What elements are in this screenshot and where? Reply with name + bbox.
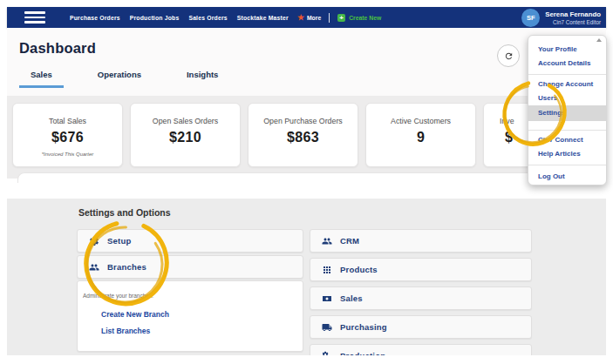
nav-stocktake-master[interactable]: Stocktake Master: [237, 15, 289, 21]
kpi-cards: Total Sales $676 *Invoiced This Quarter …: [12, 103, 594, 167]
main-nav-links: Purchase Orders Production Jobs Sales Or…: [70, 15, 289, 21]
settings-and-options-section: Settings and Options Setup Branches Admi…: [7, 199, 606, 355]
settings-heading: Settings and Options: [78, 207, 171, 218]
card-active-customers[interactable]: Active Customers 9: [365, 103, 476, 167]
menu-item-settings[interactable]: Settings: [528, 105, 606, 121]
create-new-button[interactable]: + Create New: [337, 14, 381, 22]
gear-icon: [89, 236, 99, 246]
menu-divider: [528, 165, 606, 165]
card-value: 9: [417, 130, 425, 145]
branches-expanded-panel: Administrate your branches. Create New B…: [77, 280, 303, 352]
list-branches-link[interactable]: List Branches: [101, 327, 303, 335]
card-value: $: [505, 130, 513, 145]
create-new-branch-link[interactable]: Create New Branch: [101, 310, 303, 319]
create-new-label: Create New: [349, 15, 381, 21]
dashboard-tabs: Sales Operations Insights: [19, 70, 229, 88]
user-meta: Serena Fernando Cin7 Content Editor: [545, 10, 601, 25]
settings-item-label: Products: [340, 265, 378, 274]
card-note: *Invoiced This Quarter: [42, 152, 94, 157]
user-role: Cin7 Content Editor: [545, 19, 601, 25]
dashboard-section: Dashboard Sales Operations Insights Tota…: [7, 28, 606, 179]
card-open-purchase-orders[interactable]: Open Purchase Orders $863: [248, 103, 358, 167]
more-menu-button[interactable]: ★ More: [297, 14, 321, 22]
settings-item-branches[interactable]: Branches: [77, 255, 303, 279]
settings-item-sales[interactable]: Sales: [310, 286, 532, 310]
settings-item-setup[interactable]: Setup: [77, 229, 303, 253]
settings-item-crm[interactable]: CRM: [310, 229, 532, 253]
hamburger-menu-icon[interactable]: [24, 11, 45, 24]
card-title: Active Customers: [391, 117, 451, 125]
scroll-up-caret-icon: [596, 38, 602, 42]
settings-item-label: Sales: [340, 293, 363, 303]
settings-item-label: Branches: [107, 262, 146, 272]
user-name: Serena Fernando: [545, 10, 601, 18]
user-dropdown-menu: Your Profile Account Details Change Acco…: [528, 35, 607, 185]
menu-divider: [528, 74, 606, 75]
menu-divider: [528, 130, 606, 131]
branches-description: Administrate your branches.: [83, 293, 303, 299]
card-title: Open Sales Orders: [153, 117, 218, 125]
nav-production-jobs[interactable]: Production Jobs: [130, 15, 180, 21]
more-label: More: [307, 15, 321, 21]
avatar[interactable]: SF: [521, 9, 540, 27]
nav-purchase-orders[interactable]: Purchase Orders: [70, 15, 120, 21]
money-icon: [322, 293, 332, 304]
settings-item-label: Purchasing: [340, 322, 387, 332]
tab-operations[interactable]: Operations: [86, 70, 153, 88]
tab-sales[interactable]: Sales: [19, 70, 64, 88]
gears-icon: [322, 351, 332, 356]
settings-item-purchasing[interactable]: Purchasing: [310, 315, 532, 339]
nav-divider: [329, 13, 330, 23]
plus-icon: +: [337, 14, 345, 22]
dashboard-panel-edge: [17, 172, 600, 183]
refresh-icon: [504, 51, 514, 61]
menu-item-cin7-connect[interactable]: Cin7 Connect: [528, 133, 606, 147]
menu-item-users[interactable]: Users: [528, 91, 606, 105]
settings-item-production[interactable]: Production: [310, 344, 532, 355]
settings-item-label: Setup: [107, 236, 131, 246]
card-total-sales[interactable]: Total Sales $676 *Invoiced This Quarter: [12, 103, 123, 167]
truck-icon: [322, 322, 332, 333]
menu-item-your-profile[interactable]: Your Profile: [528, 43, 606, 57]
refresh-button[interactable]: [497, 44, 520, 67]
settings-item-products[interactable]: Products: [310, 258, 532, 281]
menu-item-help-articles[interactable]: Help Articles: [528, 147, 606, 161]
star-icon: ★: [297, 14, 304, 22]
card-open-sales-orders[interactable]: Open Sales Orders $210: [130, 103, 241, 167]
people-icon: [89, 262, 99, 273]
settings-item-label: CRM: [340, 236, 359, 246]
card-value: $676: [51, 130, 84, 145]
card-title: Total Sales: [49, 117, 86, 125]
user-menu-trigger[interactable]: SF Serena Fernando Cin7 Content Editor: [521, 9, 601, 27]
card-value: $210: [169, 130, 201, 145]
card-title: Open Purchase Orders: [263, 117, 342, 125]
menu-item-change-account[interactable]: Change Account: [528, 78, 606, 91]
grid-icon: [322, 265, 332, 275]
page: Purchase Orders Production Jobs Sales Or…: [0, 0, 613, 364]
people-icon: [322, 236, 332, 246]
top-navigation-bar: Purchase Orders Production Jobs Sales Or…: [7, 7, 606, 28]
menu-item-account-details[interactable]: Account Details: [528, 57, 606, 71]
nav-sales-orders[interactable]: Sales Orders: [188, 15, 227, 21]
page-title: Dashboard: [19, 40, 96, 57]
tab-insights[interactable]: Insights: [175, 70, 229, 88]
card-title: Inve: [500, 117, 514, 125]
card-value: $863: [287, 130, 319, 145]
menu-item-log-out[interactable]: Log Out: [528, 170, 606, 184]
settings-item-label: Production: [340, 351, 385, 355]
